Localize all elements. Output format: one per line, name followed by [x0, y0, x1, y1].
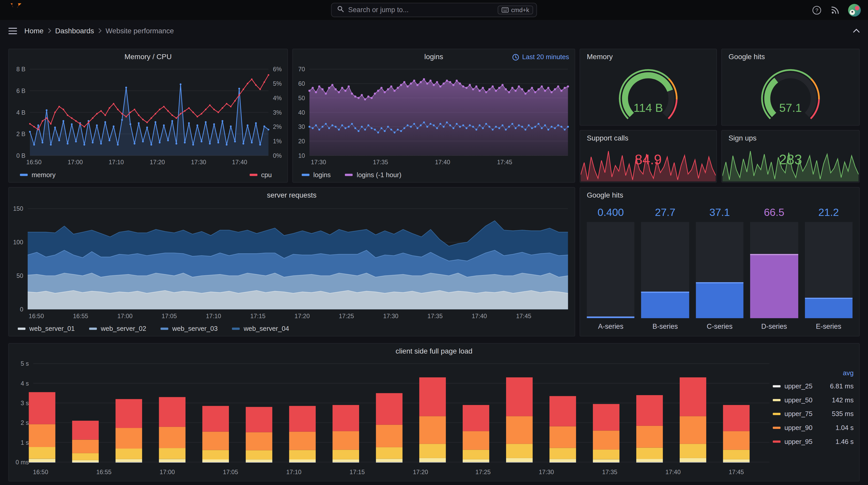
legend-label: web_server_04 — [244, 325, 289, 333]
legend-item-logins (-1 hour)[interactable]: logins (-1 hour) — [345, 171, 401, 179]
keyboard-icon — [502, 7, 509, 13]
legend-item-web_server_02[interactable]: web_server_02 — [89, 325, 146, 333]
collapse-chevron-icon[interactable] — [852, 28, 860, 33]
legend-swatch — [20, 174, 28, 176]
stacked-bar[interactable] — [593, 404, 619, 462]
panel-title[interactable]: Memory / CPU — [9, 49, 287, 65]
menu-toggle-icon[interactable] — [8, 26, 18, 36]
legend-item-upper_75[interactable]: upper_75535 ms — [773, 407, 855, 421]
stacked-bar[interactable] — [506, 377, 533, 462]
legend-item-upper_90[interactable]: upper_901.04 s — [773, 421, 855, 434]
page-load-chart[interactable]: 0 ms1 s2 s3 s4 s5 s16:5016:5517:0017:051… — [9, 360, 772, 478]
stacked-bar[interactable] — [29, 392, 55, 462]
legend-label: web_server_01 — [29, 325, 75, 333]
x-tick-label: 17:00 — [160, 469, 175, 476]
legend-value: 1.04 s — [835, 424, 855, 431]
bar-gauge-value: 21.2 — [805, 206, 852, 222]
stacked-bar[interactable] — [202, 406, 229, 462]
clock-icon — [512, 54, 520, 61]
stacked-bar[interactable] — [680, 377, 706, 462]
legend-item-upper_95[interactable]: upper_951.46 s — [773, 434, 855, 448]
stacked-bar[interactable] — [289, 406, 316, 462]
stacked-bar[interactable] — [419, 377, 446, 462]
breadcrumb-dashboards[interactable]: Dashboards — [55, 27, 94, 35]
legend-item-web_server_04[interactable]: web_server_04 — [232, 325, 289, 333]
legend-item-cpu[interactable]: cpu — [250, 171, 272, 179]
stacked-bar[interactable] — [636, 395, 663, 462]
breadcrumb-home[interactable]: Home — [24, 27, 43, 35]
logins-chart[interactable]: 1020304050607017:3017:3517:4017:45 — [293, 66, 575, 168]
stacked-bar[interactable] — [376, 393, 402, 462]
help-icon[interactable]: ? — [811, 5, 822, 15]
stacked-bar[interactable] — [550, 396, 576, 462]
grafana-logo[interactable] — [7, 3, 22, 17]
y-tick-label: 5 s — [21, 360, 29, 367]
time-range-label: Last 20 minutes — [522, 53, 569, 61]
x-tick-label: 16:55 — [96, 469, 112, 476]
stacked-bar[interactable] — [246, 407, 272, 462]
panel-title[interactable]: Memory — [580, 49, 716, 65]
page-load-legend-table: avgupper_256.81 msupper_50142 msupper_75… — [773, 367, 855, 448]
legend-item-upper_25[interactable]: upper_256.81 ms — [773, 379, 855, 393]
rss-icon[interactable] — [830, 5, 840, 15]
legend-header-avg: avg — [773, 367, 855, 379]
bar-gauge-C-series[interactable]: 37.1C-series — [696, 206, 743, 331]
panel-title[interactable]: server requests — [9, 188, 575, 203]
search-input[interactable]: Search or jump to... cmd+k — [331, 3, 537, 17]
bar-gauge-B-series[interactable]: 27.7B-series — [641, 206, 689, 331]
bar-gauge-label: D-series — [750, 318, 798, 331]
legend-value: 535 ms — [832, 410, 855, 418]
server-requests-chart[interactable]: 05010015016:5016:5517:0017:0517:1017:151… — [9, 204, 575, 322]
x-tick-label: 17:00 — [68, 159, 83, 166]
dots-cpu — [29, 74, 270, 130]
y-tick-label: 0 ms — [16, 459, 29, 465]
legend-item-logins[interactable]: logins — [302, 171, 331, 179]
legend-label: upper_25 — [784, 382, 812, 390]
bar-gauge-A-series[interactable]: 0.400A-series — [587, 206, 634, 331]
legend-item-upper_50[interactable]: upper_50142 ms — [773, 393, 855, 407]
bar-gauge-track — [805, 222, 852, 318]
stacked-bar[interactable] — [333, 405, 359, 462]
stacked-bar[interactable] — [463, 405, 489, 462]
legend-item-memory[interactable]: memory — [20, 171, 56, 179]
panel-title[interactable]: Google hits — [580, 188, 859, 203]
panel-google-hits-gauge: Google hits 57.1 — [721, 49, 860, 126]
breadcrumb: Home Dashboards Website performance — [24, 27, 174, 35]
legend-label: upper_90 — [784, 424, 812, 431]
breadcrumb-current: Website performance — [106, 27, 174, 35]
stacked-bar[interactable] — [159, 397, 185, 462]
panel-page-load: client side full page load 0 ms1 s2 s3 s… — [8, 343, 860, 482]
bar-gauge-D-series[interactable]: 66.5D-series — [750, 206, 798, 331]
memory-cpu-legend: memorycpu — [18, 169, 278, 181]
x-tick-label: 17:15 — [349, 469, 365, 476]
panel-title[interactable]: Support calls — [580, 131, 716, 146]
panel-title[interactable]: Google hits — [722, 49, 859, 65]
x-tick-label: 17:20 — [294, 313, 310, 319]
google-hits-bar-gauge[interactable]: 0.400A-series27.7B-series37.1C-series66.… — [587, 206, 852, 331]
panel-memory-cpu: Memory / CPU 0 B2 B4 B6 B8 B0%1%2%3%4%5%… — [8, 49, 288, 183]
legend-item-web_server_01[interactable]: web_server_01 — [18, 325, 75, 333]
stacked-bar[interactable] — [116, 399, 142, 462]
bar-gauge-value: 0.400 — [587, 206, 634, 222]
bar-gauge-E-series[interactable]: 21.2E-series — [805, 206, 852, 331]
panel-title[interactable]: client side full page load — [9, 344, 859, 359]
x-tick-label: 17:15 — [250, 313, 266, 319]
legend-item-web_server_03[interactable]: web_server_03 — [161, 325, 218, 333]
bar-gauge-fill — [750, 254, 798, 318]
y2-tick-label: 6% — [273, 66, 282, 72]
x-tick-label: 17:40 — [472, 313, 487, 319]
stacked-bar[interactable] — [723, 405, 750, 462]
x-tick-label: 16:50 — [26, 159, 41, 166]
y-tick-label: 2 B — [16, 131, 25, 137]
memory-cpu-chart[interactable]: 0 B2 B4 B6 B8 B0%1%2%3%4%5%6%16:5017:001… — [9, 66, 287, 168]
time-range-badge[interactable]: Last 20 minutes — [512, 53, 569, 61]
stacked-bar[interactable] — [72, 421, 99, 462]
x-tick-label: 17:20 — [150, 159, 165, 166]
x-tick-label: 16:50 — [29, 313, 44, 319]
y-tick-label: 6 B — [16, 88, 25, 94]
legend-label: logins (-1 hour) — [357, 171, 401, 179]
user-avatar[interactable] — [848, 4, 861, 16]
panel-title[interactable]: Sign ups — [722, 131, 859, 146]
x-tick-label: 17:40 — [665, 469, 681, 476]
x-tick-label: 17:35 — [373, 159, 388, 166]
